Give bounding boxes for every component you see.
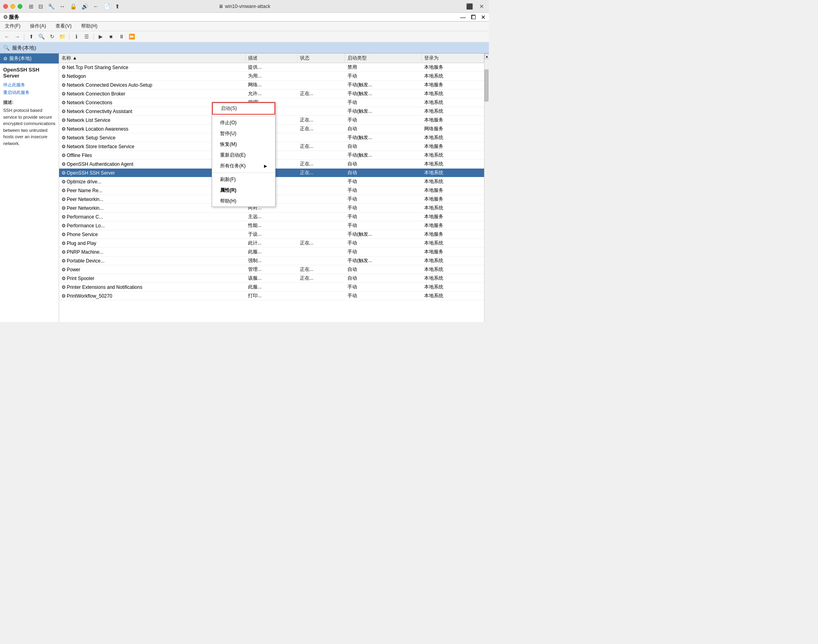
- vol-icon[interactable]: 🔊: [81, 3, 88, 10]
- sidebar: ⚙ 服务(本地) OpenSSH SSH Server 停止此服务 重启动此服务…: [0, 54, 59, 322]
- menu-help[interactable]: 帮助(H): [79, 22, 99, 30]
- service-name-cell: Printer Extensions and Notifications: [67, 284, 142, 290]
- scrollbar-thumb[interactable]: [484, 70, 488, 101]
- table-row[interactable]: ⚙Performance Lo...性能...手动本地服务: [59, 221, 484, 230]
- win-maximize-icon[interactable]: ⬛: [465, 3, 475, 10]
- sidebar-icon[interactable]: ⊞: [29, 3, 34, 10]
- service-startup-cell: 手动: [345, 239, 422, 248]
- tb-list[interactable]: ☰: [82, 32, 91, 41]
- context-menu-item-5[interactable]: 所有任务(K)▶: [212, 161, 275, 171]
- table-row[interactable]: ⚙Printer Extensions and Notifications此服.…: [59, 283, 484, 292]
- stop-service-link[interactable]: 停止此服务: [3, 82, 56, 88]
- menu-action[interactable]: 操作(A): [28, 22, 48, 30]
- service-desc-cell: 允许...: [246, 89, 298, 98]
- tb-up[interactable]: ⬆: [27, 32, 36, 41]
- context-menu-item-6[interactable]: 刷新(F): [212, 174, 275, 185]
- tb-folder[interactable]: 📁: [58, 32, 67, 41]
- share-icon[interactable]: ⬆: [115, 3, 120, 10]
- arrow-icon[interactable]: ↔: [60, 3, 65, 10]
- service-startup-cell: 手动(触发...: [345, 133, 422, 142]
- table-row[interactable]: ⚙PNRP Machine...此服...手动本地服务: [59, 248, 484, 256]
- gear-icon: ⚙: [62, 161, 66, 167]
- service-name-cell: Peer Networkin...: [67, 205, 103, 211]
- back-icon[interactable]: ←: [93, 3, 99, 10]
- service-name-cell: Peer Name Re...: [67, 188, 102, 193]
- context-menu-item-7[interactable]: 属性(R): [212, 185, 275, 196]
- table-row[interactable]: ⚙Power管理...正在...自动本地系统: [59, 265, 484, 274]
- app-header-strip: ⚙ 服务 — ⧠ ✕: [0, 13, 489, 22]
- traffic-lights[interactable]: [3, 4, 22, 9]
- service-status-cell: [298, 63, 345, 72]
- context-menu-item-2[interactable]: 暂停(U): [212, 128, 275, 139]
- tb-back[interactable]: ←: [2, 32, 11, 41]
- service-status-cell: 正在...: [298, 116, 345, 125]
- scroll-up-arrow[interactable]: ▲: [484, 54, 489, 59]
- tb-pause[interactable]: ⏸: [117, 32, 126, 41]
- service-status-cell: [298, 133, 345, 142]
- toolbar-icons: ⊞ ⊟ 🔧 ↔ 🔒 🔊 ← 📄 ⬆: [29, 3, 120, 10]
- tb-refresh[interactable]: ↻: [48, 32, 56, 41]
- table-row[interactable]: ⚙Network Connected Devices Auto-Setup网络.…: [59, 81, 484, 89]
- close-button[interactable]: [3, 4, 8, 9]
- app-restore[interactable]: ⧠: [471, 14, 476, 20]
- context-menu-item-8[interactable]: 帮助(H): [212, 196, 275, 207]
- window-controls[interactable]: ⬛ ✕: [465, 3, 486, 10]
- doc-icon[interactable]: 📄: [103, 3, 110, 10]
- minimize-button[interactable]: [10, 4, 15, 9]
- table-row[interactable]: ⚙PrintWorkflow_50270打印...手动本地系统: [59, 292, 484, 300]
- gear-icon: ⚙: [62, 276, 66, 281]
- context-menu-item-3[interactable]: 恢复(M): [212, 139, 275, 150]
- context-menu-item-4[interactable]: 重新启动(E): [212, 150, 275, 161]
- tb-forward[interactable]: →: [13, 32, 22, 41]
- table-row[interactable]: ⚙Print Spooler该服...正在...自动本地系统: [59, 274, 484, 283]
- service-name-cell: PrintWorkflow_50270: [67, 293, 112, 299]
- gear-icon: ⚙: [62, 197, 66, 202]
- gear-icon: ⚙: [62, 241, 66, 246]
- gear-icon: ⚙: [62, 126, 66, 132]
- col-desc[interactable]: 描述: [246, 54, 298, 63]
- tb-play[interactable]: ▶: [96, 32, 105, 41]
- tb-restart[interactable]: ⏩: [127, 32, 136, 41]
- desc-label: 描述:: [3, 99, 56, 105]
- table-row[interactable]: ⚙Portable Device...强制...手动(触发...本地系统: [59, 256, 484, 265]
- app-close[interactable]: ✕: [481, 14, 486, 20]
- service-logon-cell: 本地系统: [422, 89, 484, 98]
- table-row[interactable]: ⚙Phone Service于设...手动(触发...本地服务: [59, 230, 484, 239]
- service-desc-cell: 打印...: [246, 292, 298, 300]
- col-status[interactable]: 状态: [298, 54, 345, 63]
- table-row[interactable]: ⚙Net.Tcp Port Sharing Service提供...禁用本地服务: [59, 63, 484, 72]
- win-close-icon[interactable]: ✕: [478, 3, 486, 10]
- service-logon-cell: 本地服务: [422, 230, 484, 239]
- gear-icon: ⚙: [62, 179, 66, 185]
- service-startup-cell: 手动(触发...: [345, 256, 422, 265]
- restart-service-link[interactable]: 重启动此服务: [3, 89, 56, 95]
- context-menu-label: 所有任务(K): [220, 163, 246, 169]
- col-logon[interactable]: 登录为: [422, 54, 484, 63]
- menu-file[interactable]: 文件(F): [3, 22, 22, 30]
- context-menu-item-1[interactable]: 停止(O): [212, 117, 275, 128]
- gear-sidebar-icon: ⚙: [3, 56, 8, 62]
- screenshot-icon[interactable]: ⊟: [38, 3, 43, 10]
- service-name-cell: Network Connection Broker: [67, 91, 125, 97]
- col-startup[interactable]: 启动类型: [345, 54, 422, 63]
- table-row[interactable]: ⚙Performance C...主远...手动本地服务: [59, 213, 484, 221]
- scrollbar[interactable]: ▲ ▼: [484, 54, 489, 322]
- table-row[interactable]: ⚙Network Connection Broker允许...正在...手动(触…: [59, 89, 484, 98]
- app-minimize[interactable]: —: [460, 14, 466, 20]
- table-row[interactable]: ⚙Plug and Play此计...正在...手动本地系统: [59, 239, 484, 248]
- table-row[interactable]: ⚙Netlogon为用...手动本地系统: [59, 72, 484, 81]
- lock-icon[interactable]: 🔒: [70, 3, 77, 10]
- service-logon-cell: 本地服务: [422, 116, 484, 125]
- gear-icon: ⚙: [62, 100, 66, 105]
- context-menu-item-0[interactable]: 启动(S): [212, 102, 275, 115]
- service-startup-cell: 手动(触发...: [345, 81, 422, 89]
- maximize-button[interactable]: [18, 4, 22, 9]
- menu-view[interactable]: 查看(V): [54, 22, 73, 30]
- gear-icon: ⚙: [62, 135, 66, 141]
- tb-props[interactable]: ℹ: [72, 32, 81, 41]
- col-name[interactable]: 名称 ▲: [59, 54, 246, 63]
- wrench-icon[interactable]: 🔧: [48, 3, 55, 10]
- tb-stop[interactable]: ■: [107, 32, 115, 41]
- service-status-cell: 正在...: [298, 265, 345, 274]
- tb-search[interactable]: 🔍: [37, 32, 46, 41]
